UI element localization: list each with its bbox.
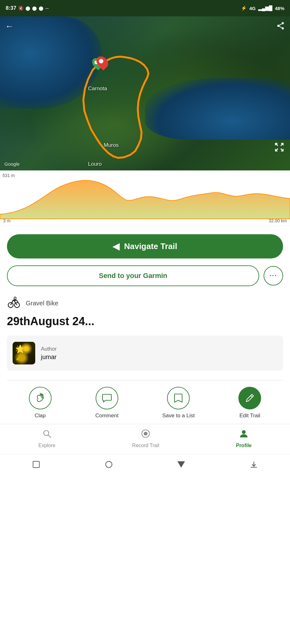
map-satellite: Carnota Muros Esteiro Louro Google ← bbox=[0, 16, 290, 170]
activity-icon bbox=[7, 295, 21, 312]
clap-circle bbox=[29, 387, 52, 409]
garmin-label: Send to your Garmin bbox=[99, 272, 167, 280]
avatar-image bbox=[13, 342, 35, 364]
explore-label: Explore bbox=[38, 443, 55, 448]
network-label: 4G bbox=[249, 6, 256, 11]
elevation-distance-label: 32.00 km bbox=[269, 218, 287, 223]
back-button[interactable]: ← bbox=[5, 21, 14, 31]
download-icon bbox=[250, 460, 258, 469]
author-avatar bbox=[13, 342, 35, 364]
edit-circle bbox=[238, 387, 261, 409]
signal-bars: ▂▄▆█ bbox=[258, 5, 272, 11]
time: 8:37 bbox=[6, 5, 16, 11]
elevation-bottom-labels: 3 m 32.00 km bbox=[0, 218, 290, 223]
bottom-nav: Explore Record Trail Profile bbox=[0, 424, 290, 454]
save-list-button[interactable]: Save to a List bbox=[162, 387, 195, 419]
elevation-svg bbox=[0, 170, 290, 225]
navigate-trail-button[interactable]: ◀ Navigate Trail bbox=[7, 234, 283, 258]
status-right: ⚡ 4G ▂▄▆█ 48% bbox=[241, 5, 284, 11]
nav-profile[interactable]: Profile bbox=[236, 429, 252, 448]
author-label: Author bbox=[41, 346, 57, 352]
status-bar: 8:37 🔇 ⬤ ⬤ ⬤ ··· ⚡ 4G ▂▄▆█ 48% bbox=[0, 0, 290, 16]
nav-explore[interactable]: Explore bbox=[38, 429, 55, 448]
profile-label: Profile bbox=[236, 443, 252, 448]
explore-icon bbox=[42, 429, 52, 441]
battery-label: 48% bbox=[275, 6, 284, 11]
activity-label: Gravel Bike bbox=[26, 300, 58, 307]
navigate-label: Navigate Trail bbox=[124, 242, 177, 251]
chrome-icon3: ⬤ bbox=[39, 6, 43, 11]
mute-icon: 🔇 bbox=[18, 6, 24, 11]
elevation-min-label: 3 m bbox=[3, 218, 10, 223]
edit-label: Edit Trail bbox=[239, 413, 260, 419]
trail-svg bbox=[0, 16, 290, 170]
svg-point-10 bbox=[144, 432, 147, 435]
google-logo: Google bbox=[4, 161, 20, 167]
nav-record[interactable]: Record Trail bbox=[132, 429, 159, 448]
garmin-row: Send to your Garmin ··· bbox=[7, 265, 283, 286]
edit-trail-button[interactable]: Edit Trail bbox=[238, 387, 261, 419]
trail-name: 29thAugust 24... bbox=[7, 315, 283, 328]
more-dots: ··· bbox=[45, 6, 49, 11]
bluetooth-icon: ⚡ bbox=[241, 5, 247, 11]
svg-point-11 bbox=[242, 430, 246, 434]
expand-button[interactable] bbox=[274, 142, 285, 155]
navigate-icon: ◀ bbox=[113, 241, 120, 252]
save-circle bbox=[167, 387, 190, 409]
chrome-icon2: ⬤ bbox=[32, 6, 37, 11]
more-dots-label: ··· bbox=[270, 272, 277, 280]
svg-line-8 bbox=[48, 435, 51, 437]
comment-label: Comment bbox=[95, 413, 119, 419]
label-esteiro: Esteiro bbox=[245, 120, 262, 126]
action-buttons: Clap Comment Save to a List bbox=[7, 380, 283, 424]
svg-point-2 bbox=[14, 297, 16, 299]
elevation-chart: 531 m 3 m 32.00 km bbox=[0, 170, 290, 225]
comment-circle bbox=[96, 387, 118, 409]
svg-line-6 bbox=[251, 396, 252, 397]
svg-line-4 bbox=[42, 394, 42, 394]
garmin-button[interactable]: Send to your Garmin bbox=[7, 265, 259, 286]
clap-label: Clap bbox=[35, 413, 46, 419]
system-download-button[interactable] bbox=[249, 459, 259, 469]
profile-icon bbox=[239, 429, 249, 441]
chrome-icon: ⬤ bbox=[25, 6, 30, 11]
activity-row: Gravel Bike bbox=[7, 295, 283, 312]
record-icon bbox=[141, 429, 151, 441]
author-info: Author jumar bbox=[41, 346, 57, 361]
author-name: jumar bbox=[41, 353, 57, 361]
map-container[interactable]: Carnota Muros Esteiro Louro Google ← bbox=[0, 16, 290, 170]
main-content: ◀ Navigate Trail Send to your Garmin ··· bbox=[0, 225, 290, 424]
system-back-button[interactable] bbox=[176, 459, 186, 469]
system-circle-button[interactable] bbox=[104, 459, 114, 469]
share-button[interactable] bbox=[276, 21, 285, 32]
record-label: Record Trail bbox=[132, 443, 159, 448]
square-icon bbox=[33, 461, 40, 468]
clap-button[interactable]: Clap bbox=[29, 387, 52, 419]
system-nav bbox=[0, 454, 290, 475]
back-icon bbox=[177, 461, 185, 468]
status-left: 8:37 🔇 ⬤ ⬤ ⬤ ··· bbox=[6, 5, 49, 11]
more-options-button[interactable]: ··· bbox=[264, 266, 283, 286]
comment-button[interactable]: Comment bbox=[95, 387, 119, 419]
system-square-button[interactable] bbox=[31, 459, 41, 469]
circle-icon bbox=[105, 461, 112, 468]
save-label: Save to a List bbox=[162, 413, 195, 419]
author-card[interactable]: Author jumar bbox=[7, 336, 283, 371]
